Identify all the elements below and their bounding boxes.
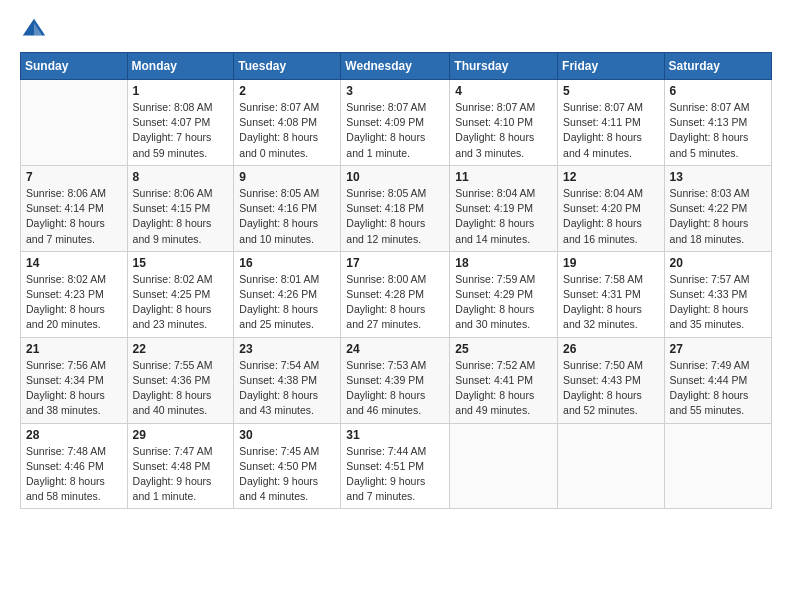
table-row: 9Sunrise: 8:05 AM Sunset: 4:16 PM Daylig… [234,165,341,251]
day-info: Sunrise: 7:56 AM Sunset: 4:34 PM Dayligh… [26,358,122,419]
calendar-header-thursday: Thursday [450,53,558,80]
table-row: 12Sunrise: 8:04 AM Sunset: 4:20 PM Dayli… [558,165,665,251]
day-info: Sunrise: 7:48 AM Sunset: 4:46 PM Dayligh… [26,444,122,505]
calendar-week-row: 1Sunrise: 8:08 AM Sunset: 4:07 PM Daylig… [21,80,772,166]
day-info: Sunrise: 8:05 AM Sunset: 4:16 PM Dayligh… [239,186,335,247]
day-info: Sunrise: 8:03 AM Sunset: 4:22 PM Dayligh… [670,186,766,247]
day-number: 16 [239,256,335,270]
table-row: 22Sunrise: 7:55 AM Sunset: 4:36 PM Dayli… [127,337,234,423]
table-row: 17Sunrise: 8:00 AM Sunset: 4:28 PM Dayli… [341,251,450,337]
calendar-week-row: 14Sunrise: 8:02 AM Sunset: 4:23 PM Dayli… [21,251,772,337]
table-row: 24Sunrise: 7:53 AM Sunset: 4:39 PM Dayli… [341,337,450,423]
day-info: Sunrise: 7:44 AM Sunset: 4:51 PM Dayligh… [346,444,444,505]
table-row: 15Sunrise: 8:02 AM Sunset: 4:25 PM Dayli… [127,251,234,337]
day-number: 28 [26,428,122,442]
calendar-header-wednesday: Wednesday [341,53,450,80]
table-row: 7Sunrise: 8:06 AM Sunset: 4:14 PM Daylig… [21,165,128,251]
calendar-table: SundayMondayTuesdayWednesdayThursdayFrid… [20,52,772,509]
day-number: 3 [346,84,444,98]
day-info: Sunrise: 8:04 AM Sunset: 4:19 PM Dayligh… [455,186,552,247]
calendar-header-sunday: Sunday [21,53,128,80]
day-number: 1 [133,84,229,98]
day-info: Sunrise: 7:52 AM Sunset: 4:41 PM Dayligh… [455,358,552,419]
day-info: Sunrise: 7:47 AM Sunset: 4:48 PM Dayligh… [133,444,229,505]
day-number: 20 [670,256,766,270]
day-info: Sunrise: 7:50 AM Sunset: 4:43 PM Dayligh… [563,358,659,419]
calendar-header-row: SundayMondayTuesdayWednesdayThursdayFrid… [21,53,772,80]
table-row [21,80,128,166]
day-info: Sunrise: 8:06 AM Sunset: 4:14 PM Dayligh… [26,186,122,247]
day-number: 5 [563,84,659,98]
day-info: Sunrise: 7:59 AM Sunset: 4:29 PM Dayligh… [455,272,552,333]
calendar-header-saturday: Saturday [664,53,771,80]
day-info: Sunrise: 8:05 AM Sunset: 4:18 PM Dayligh… [346,186,444,247]
day-info: Sunrise: 8:07 AM Sunset: 4:09 PM Dayligh… [346,100,444,161]
table-row: 29Sunrise: 7:47 AM Sunset: 4:48 PM Dayli… [127,423,234,509]
day-number: 30 [239,428,335,442]
day-number: 4 [455,84,552,98]
table-row: 25Sunrise: 7:52 AM Sunset: 4:41 PM Dayli… [450,337,558,423]
day-info: Sunrise: 8:04 AM Sunset: 4:20 PM Dayligh… [563,186,659,247]
table-row: 16Sunrise: 8:01 AM Sunset: 4:26 PM Dayli… [234,251,341,337]
day-number: 2 [239,84,335,98]
table-row: 4Sunrise: 8:07 AM Sunset: 4:10 PM Daylig… [450,80,558,166]
day-number: 12 [563,170,659,184]
day-number: 26 [563,342,659,356]
day-number: 24 [346,342,444,356]
day-number: 7 [26,170,122,184]
logo-icon [20,16,48,44]
calendar-header-monday: Monday [127,53,234,80]
day-info: Sunrise: 7:58 AM Sunset: 4:31 PM Dayligh… [563,272,659,333]
day-number: 25 [455,342,552,356]
table-row: 26Sunrise: 7:50 AM Sunset: 4:43 PM Dayli… [558,337,665,423]
table-row: 11Sunrise: 8:04 AM Sunset: 4:19 PM Dayli… [450,165,558,251]
day-number: 13 [670,170,766,184]
day-info: Sunrise: 7:45 AM Sunset: 4:50 PM Dayligh… [239,444,335,505]
table-row: 31Sunrise: 7:44 AM Sunset: 4:51 PM Dayli… [341,423,450,509]
day-number: 11 [455,170,552,184]
table-row [558,423,665,509]
day-number: 22 [133,342,229,356]
table-row: 3Sunrise: 8:07 AM Sunset: 4:09 PM Daylig… [341,80,450,166]
day-number: 18 [455,256,552,270]
day-info: Sunrise: 8:02 AM Sunset: 4:25 PM Dayligh… [133,272,229,333]
day-info: Sunrise: 7:49 AM Sunset: 4:44 PM Dayligh… [670,358,766,419]
header [20,16,772,44]
table-row: 13Sunrise: 8:03 AM Sunset: 4:22 PM Dayli… [664,165,771,251]
table-row: 21Sunrise: 7:56 AM Sunset: 4:34 PM Dayli… [21,337,128,423]
day-number: 9 [239,170,335,184]
table-row: 10Sunrise: 8:05 AM Sunset: 4:18 PM Dayli… [341,165,450,251]
day-info: Sunrise: 8:08 AM Sunset: 4:07 PM Dayligh… [133,100,229,161]
calendar-week-row: 21Sunrise: 7:56 AM Sunset: 4:34 PM Dayli… [21,337,772,423]
table-row: 2Sunrise: 8:07 AM Sunset: 4:08 PM Daylig… [234,80,341,166]
table-row: 27Sunrise: 7:49 AM Sunset: 4:44 PM Dayli… [664,337,771,423]
calendar-week-row: 7Sunrise: 8:06 AM Sunset: 4:14 PM Daylig… [21,165,772,251]
day-info: Sunrise: 8:06 AM Sunset: 4:15 PM Dayligh… [133,186,229,247]
day-info: Sunrise: 8:01 AM Sunset: 4:26 PM Dayligh… [239,272,335,333]
logo [20,16,52,44]
day-number: 10 [346,170,444,184]
day-info: Sunrise: 7:57 AM Sunset: 4:33 PM Dayligh… [670,272,766,333]
table-row: 20Sunrise: 7:57 AM Sunset: 4:33 PM Dayli… [664,251,771,337]
day-number: 27 [670,342,766,356]
day-info: Sunrise: 7:55 AM Sunset: 4:36 PM Dayligh… [133,358,229,419]
table-row: 23Sunrise: 7:54 AM Sunset: 4:38 PM Dayli… [234,337,341,423]
day-number: 6 [670,84,766,98]
table-row: 14Sunrise: 8:02 AM Sunset: 4:23 PM Dayli… [21,251,128,337]
table-row: 28Sunrise: 7:48 AM Sunset: 4:46 PM Dayli… [21,423,128,509]
table-row: 8Sunrise: 8:06 AM Sunset: 4:15 PM Daylig… [127,165,234,251]
day-number: 29 [133,428,229,442]
day-number: 19 [563,256,659,270]
day-info: Sunrise: 8:00 AM Sunset: 4:28 PM Dayligh… [346,272,444,333]
day-info: Sunrise: 7:53 AM Sunset: 4:39 PM Dayligh… [346,358,444,419]
day-number: 21 [26,342,122,356]
day-number: 14 [26,256,122,270]
day-number: 15 [133,256,229,270]
day-info: Sunrise: 7:54 AM Sunset: 4:38 PM Dayligh… [239,358,335,419]
table-row: 5Sunrise: 8:07 AM Sunset: 4:11 PM Daylig… [558,80,665,166]
table-row: 30Sunrise: 7:45 AM Sunset: 4:50 PM Dayli… [234,423,341,509]
calendar-week-row: 28Sunrise: 7:48 AM Sunset: 4:46 PM Dayli… [21,423,772,509]
day-info: Sunrise: 8:02 AM Sunset: 4:23 PM Dayligh… [26,272,122,333]
calendar-header-tuesday: Tuesday [234,53,341,80]
table-row [664,423,771,509]
